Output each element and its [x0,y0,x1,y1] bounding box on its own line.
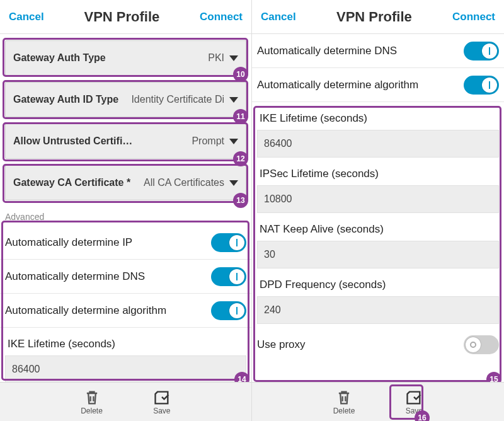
save-button[interactable]: Save [405,389,423,415]
delete-label: Delete [333,407,355,415]
callout-badge: 15 [486,372,501,382]
select-value: Prompt [192,136,224,147]
select-label: Allow Untrusted Certificate [13,136,137,147]
toggle-label: Automatically determine DNS [5,270,145,283]
dpd-frequency-field[interactable]: DPD Frequency (seconds) 240 [252,268,504,324]
right-pane: Cancel VPN Profile Connect Automatically… [252,0,504,421]
cancel-button[interactable]: Cancel [9,11,44,23]
advanced-section-label: Advanced [0,200,251,226]
header: Cancel VPN Profile Connect [252,0,504,34]
auto-dns-toggle-row: Automatically determine DNS [0,260,251,294]
footer: Delete Save [0,382,251,421]
page-title: VPN Profile [84,9,159,25]
left-body: Gateway Auth Type PKI Gateway Auth ID Ty… [0,34,251,382]
field-label: DPD Frequency (seconds) [257,275,499,296]
auto-dns-toggle[interactable] [211,267,246,286]
chevron-down-icon [229,97,238,103]
save-icon [405,389,423,407]
select-label: Gateway CA Certificate * [13,177,130,188]
field-value[interactable]: 10800 [257,185,499,213]
left-pane: Cancel VPN Profile Connect Gateway Auth … [0,0,252,421]
auto-ip-toggle-row: Automatically determine IP [0,226,251,260]
toggle-label: Automatically determine algorithm [257,79,418,91]
cancel-button[interactable]: Cancel [261,11,296,23]
select-label: Gateway Auth ID Type [13,94,118,105]
ike-lifetime-field[interactable]: IKE Lifetime (seconds) 86400 [252,102,504,158]
save-label: Save [406,407,423,415]
field-label: IKE Lifetime (seconds) [5,334,246,355]
footer: Delete Save 16 [252,382,504,421]
use-proxy-toggle[interactable] [464,335,499,354]
trash-icon [335,389,353,407]
toggle-label: Automatically determine algorithm [5,304,166,317]
delete-button[interactable]: Delete [81,389,103,415]
field-value[interactable]: 86400 [5,355,246,382]
trash-icon [83,389,101,407]
field-label: NAT Keep Alive (seconds) [257,219,499,241]
auto-dns-toggle[interactable] [464,42,499,61]
nat-keepalive-field[interactable]: NAT Keep Alive (seconds) 30 [252,213,504,268]
select-label: Gateway Auth Type [13,52,106,64]
auto-algo-toggle-row: Automatically determine algorithm [0,294,251,328]
gateway-ca-cert-select[interactable]: Gateway CA Certificate * All CA Certific… [5,165,246,200]
use-proxy-toggle-row: Use proxy [252,328,504,362]
auto-algo-toggle[interactable] [211,301,246,320]
field-label: IKE Lifetime (seconds) [257,108,499,130]
field-value[interactable]: 86400 [257,130,499,158]
page-title: VPN Profile [336,9,412,25]
chevron-down-icon [229,180,238,186]
save-label: Save [153,407,170,415]
header: Cancel VPN Profile Connect [0,0,251,34]
save-button[interactable]: Save [153,389,171,415]
gateway-auth-type-select[interactable]: Gateway Auth Type PKI [5,40,246,76]
field-value[interactable]: 240 [257,296,499,324]
toggle-label: Automatically determine IP [5,236,132,249]
connect-button[interactable]: Connect [452,11,495,23]
auto-dns-toggle-row: Automatically determine DNS [252,34,504,68]
save-icon [153,389,171,407]
select-value: PKI [208,52,224,64]
field-label: IPSec Lifetime (seconds) [257,164,499,185]
auto-algo-toggle-row: Automatically determine algorithm [252,68,504,102]
ipsec-lifetime-field[interactable]: IPSec Lifetime (seconds) 10800 [252,158,504,213]
auto-algo-toggle[interactable] [464,76,499,95]
delete-label: Delete [81,407,103,415]
allow-untrusted-cert-select[interactable]: Allow Untrusted Certificate Prompt [5,124,246,159]
connect-button[interactable]: Connect [200,11,243,23]
toggle-label: Automatically determine DNS [257,45,397,57]
field-value[interactable]: 30 [257,241,499,268]
toggle-label: Use proxy [257,338,306,351]
gateway-auth-id-type-select[interactable]: Gateway Auth ID Type Identity Certificat… [5,82,246,117]
chevron-down-icon [229,139,238,144]
chevron-down-icon [229,55,238,61]
auto-ip-toggle[interactable] [211,233,246,252]
delete-button[interactable]: Delete [333,389,355,415]
select-value: All CA Certificates [144,177,224,188]
select-value: Identity Certificate Di [131,94,224,105]
right-body: Automatically determine DNS Automaticall… [252,34,504,382]
ike-lifetime-field[interactable]: IKE Lifetime (seconds) 86400 [0,328,251,382]
